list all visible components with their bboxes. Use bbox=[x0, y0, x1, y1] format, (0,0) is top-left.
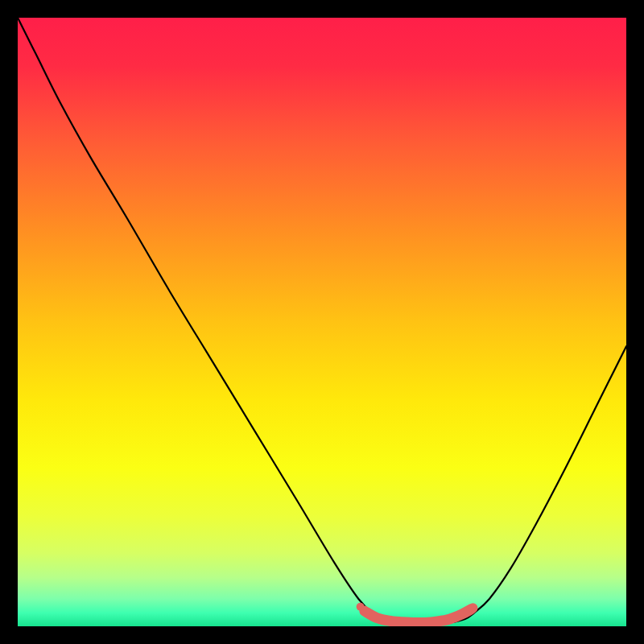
gradient-background bbox=[18, 18, 626, 626]
chart-frame: TheBottleneck.com bbox=[18, 18, 626, 626]
left-dot bbox=[357, 603, 365, 611]
bottleneck-chart bbox=[18, 18, 626, 626]
right-dot bbox=[468, 603, 477, 613]
